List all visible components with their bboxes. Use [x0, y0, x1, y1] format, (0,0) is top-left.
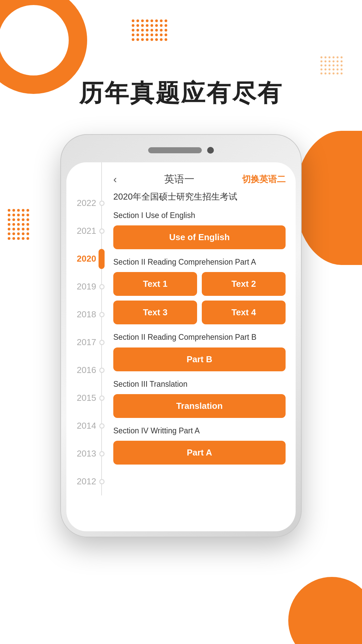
year-2021[interactable]: 2021: [66, 217, 107, 245]
text2-button[interactable]: Text 2: [202, 272, 286, 296]
year-dot-2018: [99, 312, 105, 317]
section-4-buttons: Part A: [113, 441, 286, 465]
phone-speaker: [148, 147, 202, 153]
section-2b-label: Section II Reading Comprehension Part B: [113, 332, 286, 342]
year-dot-2022: [99, 201, 105, 206]
translation-button[interactable]: Translation: [113, 394, 286, 418]
year-dot-2014: [99, 423, 105, 429]
year-dot-2015: [99, 395, 105, 401]
lang-title: 英语一: [164, 172, 194, 186]
year-2017[interactable]: 2017: [66, 328, 107, 356]
headline: 历年真题应有尽有: [34, 77, 328, 109]
year-2019[interactable]: 2019: [66, 273, 107, 301]
year-dot-2019: [99, 284, 105, 289]
phone-mockup: 2022 2021 2020 2019: [60, 134, 302, 537]
year-dot-2021: [99, 228, 105, 234]
deco-dots-left: [7, 208, 30, 241]
use-of-english-button[interactable]: Use of English: [113, 225, 286, 249]
year-timeline: 2022 2021 2020 2019: [66, 162, 107, 495]
phone-camera: [207, 147, 214, 154]
year-2016[interactable]: 2016: [66, 356, 107, 384]
year-dot-2017: [99, 340, 105, 345]
year-2018[interactable]: 2018: [66, 301, 107, 328]
year-dot-2013: [99, 451, 105, 457]
year-2013[interactable]: 2013: [66, 440, 107, 468]
year-2020[interactable]: 2020: [66, 245, 107, 273]
section-1-label: Section I Use of English: [113, 210, 286, 221]
year-2015[interactable]: 2015: [66, 384, 107, 412]
screen-header: ‹ 英语一 切换英语二: [113, 169, 286, 186]
phone-screen: 2022 2021 2020 2019: [66, 162, 296, 531]
deco-dots-top2: [319, 55, 344, 75]
year-dot-2012: [99, 479, 105, 484]
year-2022[interactable]: 2022: [66, 189, 107, 217]
section-2b-buttons: Part B: [113, 347, 286, 371]
parta-button[interactable]: Part A: [113, 441, 286, 465]
phone-notch: [66, 140, 296, 160]
partb-button[interactable]: Part B: [113, 347, 286, 371]
section-1-buttons: Use of English: [113, 225, 286, 249]
section-2a-buttons: Text 1 Text 2 Text 3 Text 4: [113, 272, 286, 324]
year-2014[interactable]: 2014: [66, 412, 107, 440]
year-dot-2020: [99, 249, 105, 269]
section-3-label: Section III Translation: [113, 379, 286, 389]
section-4-label: Section IV Writting Part A: [113, 425, 286, 436]
section-2a-label: Section II Reading Comprehension Part A: [113, 257, 286, 267]
content-col: ‹ 英语一 切换英语二 2020年全国硕士研究生招生考试 Section I U…: [107, 162, 296, 495]
section-3-buttons: Translation: [113, 394, 286, 418]
exam-title: 2020年全国硕士研究生招生考试: [113, 191, 286, 203]
back-button[interactable]: ‹: [113, 173, 117, 185]
year-2012[interactable]: 2012: [66, 468, 107, 495]
deco-dots-top: [131, 18, 168, 42]
deco-arc-bottom: [288, 577, 362, 644]
text4-button[interactable]: Text 4: [202, 301, 286, 324]
year-dot-2016: [99, 368, 105, 373]
deco-arc-right: [295, 131, 362, 265]
text3-button[interactable]: Text 3: [113, 301, 197, 324]
lang-switch-button[interactable]: 切换英语二: [242, 173, 286, 185]
text1-button[interactable]: Text 1: [113, 272, 197, 296]
